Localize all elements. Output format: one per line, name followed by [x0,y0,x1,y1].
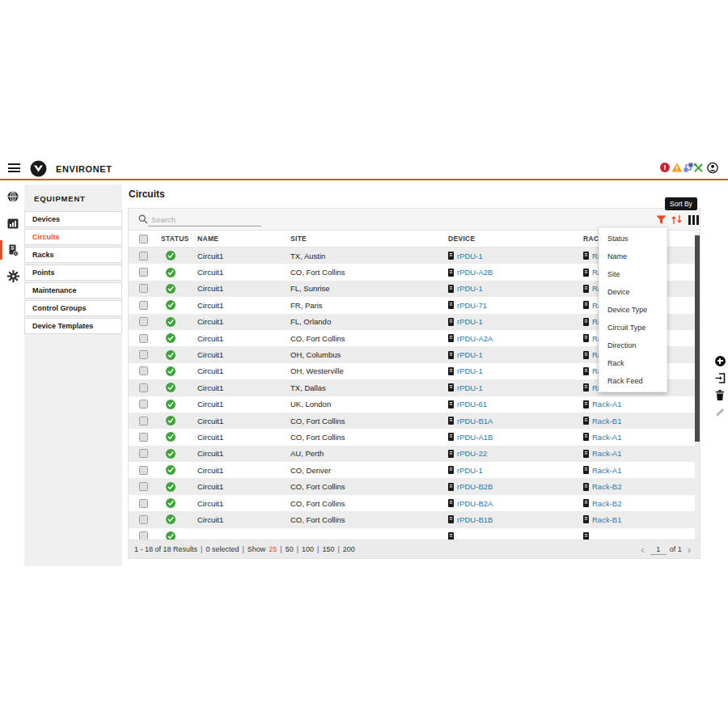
column-header-device[interactable]: DEVICE [448,231,475,247]
device-link[interactable]: rPDU-61 [457,400,487,408]
sort-option-circuit-type[interactable]: Circuit Type [599,319,667,336]
device-link[interactable]: rPDU-B2A [457,499,493,508]
device-link[interactable]: rPDU-1 [457,284,483,293]
add-icon[interactable] [713,354,726,367]
device-link[interactable]: rPDU-1 [457,350,483,359]
row-checkbox[interactable] [139,417,148,425]
row-checkbox[interactable] [139,482,148,491]
row-checkbox[interactable] [139,433,148,442]
device-link[interactable]: rPDU-A2A [457,334,493,343]
sort-option-site[interactable]: Site [599,265,667,283]
page-number-input[interactable] [650,544,667,555]
next-page-icon[interactable]: › [685,544,693,556]
table-row[interactable]: Circuit1UK, LondonrPDU-61Rack-A1 [129,396,700,413]
row-checkbox[interactable] [139,284,148,293]
maintenance-tools-icon[interactable] [692,162,704,173]
user-account-icon[interactable] [707,162,718,173]
rack-link[interactable]: Rack-B1 [592,417,621,425]
row-checkbox[interactable] [139,350,148,359]
row-checkbox[interactable] [139,499,148,508]
device-link[interactable]: rPDU-22 [457,449,487,458]
select-all-checkbox[interactable] [139,231,148,247]
row-checkbox[interactable] [139,334,148,343]
globe-icon[interactable] [6,190,19,203]
settings-gear-icon[interactable] [6,269,19,282]
page-size-50[interactable]: 50 [286,545,294,553]
device-link[interactable]: rPDU-1 [457,466,483,475]
table-row[interactable]: Circuit1CO, Fort CollinsrPDU-B1ARack-B1 [129,413,700,429]
rack-link[interactable]: Rack-A1 [592,400,621,408]
device-link[interactable]: rPDU-B2B [457,482,493,491]
table-row[interactable]: Circuit1AU, PerthrPDU-22Rack-A1 [129,446,700,462]
row-checkbox[interactable] [139,515,148,524]
page-size-150[interactable]: 150 [322,545,334,553]
page-size-200[interactable]: 200 [343,545,355,553]
sidebar-item-circuits[interactable]: Circuits [24,229,122,245]
device-link[interactable]: rPDU-A2B [457,268,493,277]
status-ok-icon [166,498,176,508]
hamburger-menu-icon[interactable] [8,163,21,174]
table-row[interactable]: Circuit1CO, Fort CollinsrPDU-B2BRack-B2 [129,478,700,494]
sort-option-rack[interactable]: Rack [599,354,667,372]
table-row[interactable]: Circuit1CO, Fort CollinsrPDU-A1BRack-A1 [129,429,700,445]
table-row[interactable]: Circuit1CO, Fort CollinsrPDU-B2ARack-B2 [129,495,700,511]
device-link[interactable]: rPDU-A1B [457,433,493,442]
column-header-name[interactable]: NAME [197,231,218,247]
row-checkbox[interactable] [139,301,148,310]
table-scrollbar-thumb[interactable] [695,235,700,442]
sidebar-item-racks[interactable]: Racks [24,247,122,263]
row-checkbox[interactable] [139,531,148,540]
alert-icon[interactable]: ! [659,162,671,173]
rack-link[interactable]: Rack-A1 [592,466,621,475]
page-size-25[interactable]: 25 [269,545,277,553]
columns-icon[interactable] [687,214,700,226]
rack-link[interactable]: Rack-A1 [592,449,621,458]
column-header-status[interactable]: STATUS [161,231,189,247]
rack-link[interactable]: Rack-B2 [592,499,621,508]
sort-option-device[interactable]: Device [599,283,667,301]
row-checkbox[interactable] [139,400,148,408]
sort-icon[interactable] [670,214,683,226]
sort-option-direction[interactable]: Direction [599,336,667,354]
device-link[interactable]: rPDU-B1A [457,417,493,425]
table-row[interactable]: Circuit1CO, Fort CollinsrPDU-B1BRack-B1 [129,511,700,527]
rack-link[interactable]: Rack-A1 [592,433,621,442]
sort-option-status[interactable]: Status [599,230,667,248]
row-checkbox[interactable] [139,268,148,277]
device-link[interactable]: rPDU-1 [457,317,483,326]
warning-icon[interactable] [671,162,683,173]
row-checkbox[interactable] [139,449,148,458]
table-row[interactable] [129,528,700,540]
device-link[interactable]: rPDU-1 [457,252,483,260]
sidebar-item-control-groups[interactable]: Control Groups [24,300,122,316]
row-checkbox[interactable] [139,317,148,326]
sidebar-item-points[interactable]: Points [24,265,122,281]
sidebar-item-maintenance[interactable]: Maintenance [24,282,122,298]
sort-option-rack-feed[interactable]: Rack Feed [599,372,667,390]
page-size-100[interactable]: 100 [302,545,314,553]
sort-option-device-type[interactable]: Device Type [599,301,667,319]
device-link[interactable]: rPDU-71 [457,301,487,310]
filter-icon[interactable] [654,214,667,226]
sort-option-name[interactable]: Name [599,248,667,265]
delete-icon[interactable] [713,388,726,401]
sidebar-item-devices[interactable]: Devices [24,211,122,227]
table-row[interactable]: Circuit1CO, DenverrPDU-1Rack-A1 [129,462,700,478]
device-link[interactable]: rPDU-1 [457,383,483,392]
row-checkbox[interactable] [139,366,148,375]
rack-link[interactable]: Rack-B2 [592,482,621,491]
search-input[interactable] [148,214,261,226]
row-checkbox[interactable] [139,383,148,392]
column-header-site[interactable]: SITE [290,231,307,247]
device-link[interactable]: rPDU-B1B [457,515,493,524]
prev-page-icon[interactable]: ‹ [638,544,646,556]
rack-link[interactable]: Rack-B1 [592,515,621,524]
edit-icon[interactable] [713,405,726,418]
row-checkbox[interactable] [139,466,148,475]
dashboard-chart-icon[interactable] [6,217,19,230]
device-link[interactable]: rPDU-1 [457,366,483,375]
equipment-icon[interactable] [6,243,19,256]
row-checkbox[interactable] [139,252,148,260]
sidebar-item-device-templates[interactable]: Device Templates [24,318,122,334]
export-icon[interactable] [713,371,726,384]
